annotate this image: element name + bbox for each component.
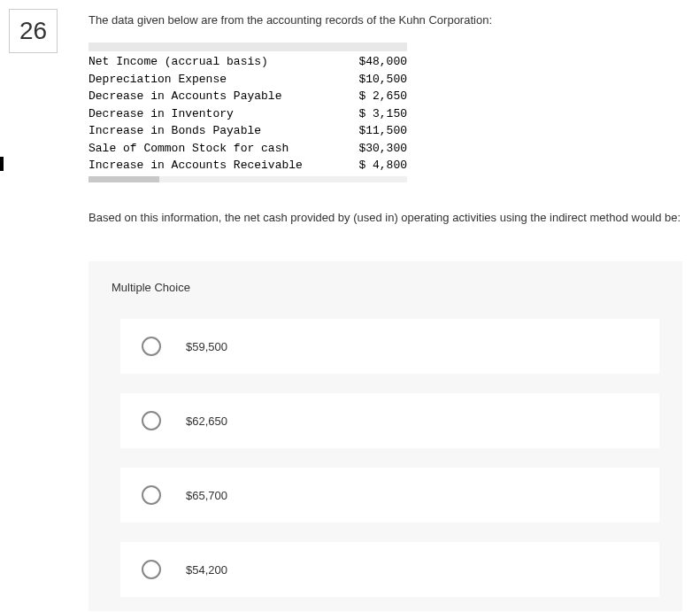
row-label: Increase in Bonds Payable bbox=[88, 122, 261, 140]
table-row: Increase in Bonds Payable $11,500 bbox=[88, 122, 407, 140]
radio-icon[interactable] bbox=[142, 485, 161, 505]
option-3[interactable]: $65,700 bbox=[120, 468, 659, 523]
question-content: The data given below are from the accoun… bbox=[88, 0, 700, 611]
scrollbar-bottom[interactable] bbox=[88, 176, 407, 182]
option-label: $62,650 bbox=[186, 414, 227, 428]
scrollbar-top[interactable] bbox=[88, 43, 407, 51]
row-value: $ 2,650 bbox=[358, 88, 407, 105]
row-value: $11,500 bbox=[358, 122, 407, 140]
radio-icon[interactable] bbox=[142, 560, 161, 579]
table-row: Decrease in Accounts Payable $ 2,650 bbox=[88, 88, 407, 105]
row-label: Increase in Accounts Receivable bbox=[88, 157, 303, 174]
option-1[interactable]: $59,500 bbox=[120, 319, 659, 374]
option-label: $65,700 bbox=[186, 489, 227, 502]
row-value: $48,000 bbox=[358, 53, 407, 71]
row-label: Depreciation Expense bbox=[88, 71, 227, 89]
row-value: $10,500 bbox=[358, 71, 407, 89]
table-row: Depreciation Expense $10,500 bbox=[88, 71, 407, 89]
option-label: $54,200 bbox=[186, 563, 227, 577]
question-prompt: Based on this information, the net cash … bbox=[88, 209, 682, 227]
intro-text: The data given below are from the accoun… bbox=[88, 13, 682, 27]
option-label: $59,500 bbox=[186, 340, 227, 353]
question-number-text: 26 bbox=[19, 17, 47, 45]
row-label: Decrease in Accounts Payable bbox=[88, 88, 281, 105]
accounting-data-table: Net Income (accrual basis) $48,000 Depre… bbox=[88, 53, 407, 174]
radio-icon[interactable] bbox=[142, 337, 161, 356]
table-row: Decrease in Inventory $ 3,150 bbox=[88, 105, 407, 123]
mc-heading: Multiple Choice bbox=[104, 281, 666, 294]
row-label: Decrease in Inventory bbox=[88, 105, 234, 123]
row-value: $ 3,150 bbox=[358, 105, 407, 123]
row-value: $30,300 bbox=[358, 140, 407, 158]
table-row: Sale of Common Stock for cash $30,300 bbox=[88, 140, 407, 158]
row-value: $ 4,800 bbox=[358, 157, 407, 174]
left-margin-mark bbox=[0, 157, 4, 171]
row-label: Net Income (accrual basis) bbox=[88, 53, 268, 71]
table-row: Net Income (accrual basis) $48,000 bbox=[88, 53, 407, 71]
radio-icon[interactable] bbox=[142, 411, 161, 430]
data-table-container: Net Income (accrual basis) $48,000 Depre… bbox=[88, 43, 407, 182]
option-4[interactable]: $54,200 bbox=[120, 542, 659, 597]
table-row: Increase in Accounts Receivable $ 4,800 bbox=[88, 157, 407, 174]
option-2[interactable]: $62,650 bbox=[120, 393, 659, 448]
multiple-choice-section: Multiple Choice $59,500 $62,650 $65,700 … bbox=[88, 261, 682, 611]
row-label: Sale of Common Stock for cash bbox=[88, 140, 288, 158]
question-number-badge: 26 bbox=[9, 9, 58, 53]
